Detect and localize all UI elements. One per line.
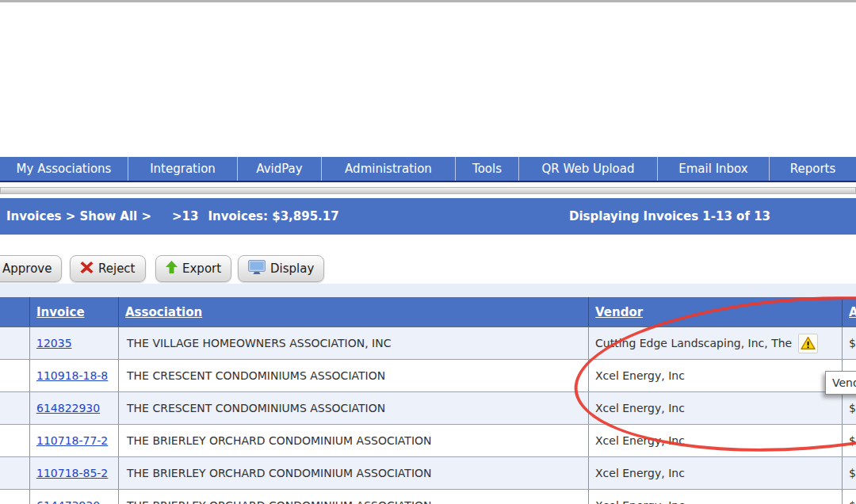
invoice-count: >13 bbox=[172, 209, 198, 223]
display-button[interactable]: Display bbox=[238, 255, 324, 282]
display-button-label: Display bbox=[270, 262, 314, 276]
vendor-cell: Xcel Energy, Inc bbox=[589, 392, 843, 424]
reject-x-icon bbox=[80, 261, 94, 277]
collapsed-toolbar-strip bbox=[0, 187, 856, 194]
vendor-cell: Xcel Energy, Inc bbox=[589, 360, 843, 391]
invoice-column-header[interactable]: Invoice bbox=[30, 297, 119, 326]
reject-button-label: Reject bbox=[98, 262, 136, 276]
top-divider-line bbox=[0, 0, 856, 2]
displaying-invoices-status: Displaying Invoices 1-13 of 13 bbox=[569, 198, 770, 235]
invoice-row: 110718-85-2 THE BRIERLEY ORCHARD CONDOMI… bbox=[0, 457, 856, 490]
association-cell: THE CRESCENT CONDOMINIUMS ASSOCIATION bbox=[119, 392, 589, 424]
select-cell bbox=[0, 392, 30, 424]
nav-tab-reports[interactable]: Reports bbox=[770, 157, 856, 181]
table-top-spacer bbox=[0, 284, 856, 297]
select-cell bbox=[0, 457, 30, 489]
amount-column-header[interactable]: Amount bbox=[843, 297, 856, 326]
amount-cell: $ bbox=[843, 392, 856, 424]
select-cell bbox=[0, 425, 30, 456]
amount-cell: $ bbox=[843, 457, 856, 489]
invoice-row: 614473930 THE BRIERLEY ORCHARD CONDOMINI… bbox=[0, 490, 856, 504]
select-cell bbox=[0, 360, 30, 391]
invoice-total: Invoices: $3,895.17 bbox=[208, 209, 339, 223]
nav-tab-qr-web-upload[interactable]: QR Web Upload bbox=[519, 157, 658, 181]
breadcrumb: Invoices > Show All >>13Invoices: $3,895… bbox=[6, 198, 339, 235]
select-cell bbox=[0, 490, 30, 504]
export-up-arrow-icon bbox=[166, 261, 178, 277]
association-cell: THE CRESCENT CONDOMINIUMS ASSOCIATION bbox=[119, 360, 589, 391]
association-column-header[interactable]: Association bbox=[119, 297, 589, 326]
nav-tab-email-inbox[interactable]: Email Inbox bbox=[658, 157, 770, 181]
invoice-row: 614822930 THE CRESCENT CONDOMINIUMS ASSO… bbox=[0, 392, 856, 425]
invoice-summary-bar: Invoices > Show All >>13Invoices: $3,895… bbox=[0, 198, 856, 235]
vendor-tooltip: Vendor bbox=[825, 371, 856, 395]
vendor-column-header[interactable]: Vendor bbox=[589, 297, 843, 326]
association-cell: THE BRIERLEY ORCHARD CONDOMINIUM ASSOCIA… bbox=[119, 457, 589, 489]
vendor-cell: Xcel Energy, Inc bbox=[589, 490, 843, 504]
invoice-link[interactable]: 110718-85-2 bbox=[36, 467, 108, 479]
approve-button-label: Approve bbox=[2, 262, 52, 276]
main-navigation-bar: My Associations Integration AvidPay Admi… bbox=[0, 157, 856, 182]
export-button-label: Export bbox=[182, 262, 221, 276]
reject-button[interactable]: Reject bbox=[70, 255, 146, 282]
nav-tab-tools[interactable]: Tools bbox=[456, 157, 519, 181]
nav-tab-my-associations[interactable]: My Associations bbox=[0, 157, 128, 181]
invoice-table-header: Invoice Association Vendor Amount bbox=[0, 297, 856, 327]
breadcrumb-path: Invoices > Show All > bbox=[6, 209, 151, 223]
invoice-link[interactable]: 12035 bbox=[36, 337, 72, 349]
vendor-cell: Cutting Edge Landscaping, Inc, The bbox=[595, 337, 792, 349]
association-cell: THE VILLAGE HOMEOWNERS ASSOCIATION, INC bbox=[119, 327, 589, 359]
invoice-row: 12035 THE VILLAGE HOMEOWNERS ASSOCIATION… bbox=[0, 327, 856, 360]
vendor-cell: Xcel Energy, Inc bbox=[589, 457, 843, 489]
amount-cell: $ bbox=[843, 490, 856, 504]
invoice-link[interactable]: 614822930 bbox=[36, 402, 100, 414]
select-column-header bbox=[0, 297, 30, 326]
nav-tab-avidpay[interactable]: AvidPay bbox=[238, 157, 322, 181]
warning-triangle-icon[interactable] bbox=[798, 334, 818, 353]
invoice-row: 110718-77-2 THE BRIERLEY ORCHARD CONDOMI… bbox=[0, 425, 856, 457]
display-monitor-icon bbox=[248, 260, 266, 278]
association-cell: THE BRIERLEY ORCHARD CONDOMINIUM ASSOCIA… bbox=[119, 490, 589, 504]
export-button[interactable]: Export bbox=[155, 255, 231, 282]
select-cell bbox=[0, 327, 30, 359]
vendor-cell: Xcel Energy, Inc bbox=[589, 425, 843, 456]
amount-cell: $ bbox=[843, 327, 856, 359]
invoice-link[interactable]: 110718-77-2 bbox=[36, 434, 108, 447]
approve-button[interactable]: Approve bbox=[0, 255, 62, 282]
invoice-row: 110918-18-8 THE CRESCENT CONDOMINIUMS AS… bbox=[0, 360, 856, 392]
invoice-link[interactable]: 110918-18-8 bbox=[36, 369, 108, 382]
nav-tab-administration[interactable]: Administration bbox=[322, 157, 456, 181]
nav-tab-integration[interactable]: Integration bbox=[128, 157, 238, 181]
amount-cell: $ bbox=[843, 425, 856, 456]
invoice-link[interactable]: 614473930 bbox=[36, 499, 100, 504]
association-cell: THE BRIERLEY ORCHARD CONDOMINIUM ASSOCIA… bbox=[119, 425, 589, 456]
